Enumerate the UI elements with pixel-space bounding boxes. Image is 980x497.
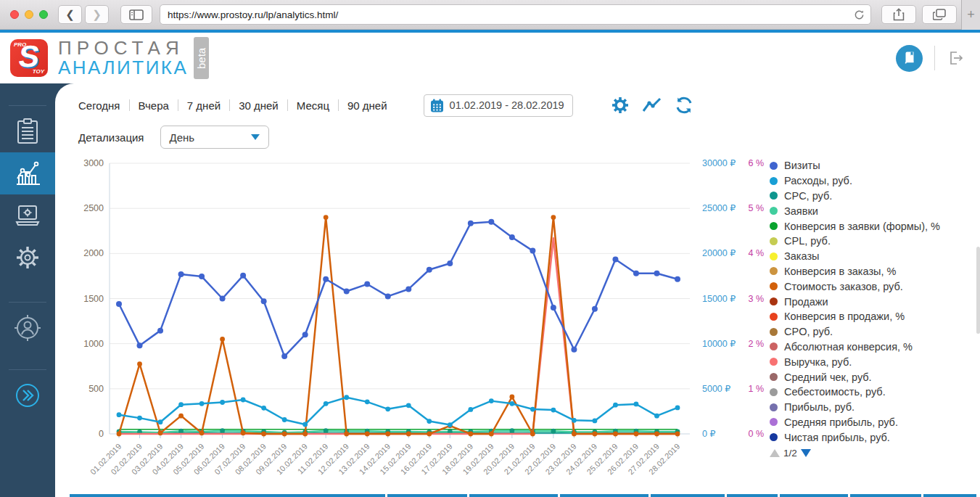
forward-button[interactable]: ❯ — [85, 5, 109, 24]
share-icon — [893, 8, 905, 21]
refresh-icon — [675, 96, 693, 114]
sidebar-panel-icon — [129, 9, 144, 20]
sidebar-item-orders[interactable] — [0, 110, 55, 152]
url-bar[interactable]: https://www.prostoy.ru/lp/analytics.html… — [160, 4, 871, 25]
sidebar-item-support[interactable] — [0, 307, 55, 349]
legend-label: Средний чек, руб. — [784, 371, 872, 383]
legend-next-page-button[interactable] — [801, 449, 811, 457]
legend-item-10[interactable]: Конверсия в продажи, % — [770, 309, 980, 324]
logo-toy-text: TOY — [33, 68, 44, 75]
svg-text:1000: 1000 — [83, 339, 104, 349]
legend-item-3[interactable]: Заявки — [770, 203, 980, 218]
date-range-picker[interactable]: 01.02.2019 - 28.02.2019 — [424, 94, 573, 117]
legend-item-12[interactable]: Абсолютная конверсия, % — [770, 340, 980, 355]
range-tab-3[interactable]: 30 дней — [230, 99, 287, 112]
detail-select[interactable]: День — [160, 126, 269, 149]
legend-prev-page-button[interactable] — [770, 449, 780, 457]
docs-button[interactable] — [896, 45, 923, 72]
new-tab-button[interactable]: + — [961, 0, 980, 30]
legend-dot — [770, 403, 778, 411]
chart-settings-button[interactable] — [611, 96, 630, 115]
legend-page-indicator: 1/2 — [783, 448, 797, 459]
tab-overview-button[interactable] — [922, 5, 957, 24]
line-chart-icon — [642, 96, 662, 114]
window-controls — [10, 10, 48, 19]
app-title: ПРОСТАЯ АНАЛИТИКА — [58, 38, 188, 77]
range-tab-1[interactable]: Вчера — [130, 99, 178, 112]
calendar-icon — [430, 99, 444, 112]
range-tab-2[interactable]: 7 дней — [178, 99, 229, 112]
legend-dot — [770, 282, 778, 290]
legend-item-0[interactable]: Визиты — [770, 158, 980, 173]
sidebar-item-settings[interactable] — [0, 237, 55, 279]
range-tab-4[interactable]: Месяц — [288, 99, 338, 112]
sidebar-item-analytics[interactable] — [0, 152, 55, 194]
share-button[interactable] — [881, 5, 916, 24]
zoom-window-button[interactable] — [39, 10, 48, 19]
legend-item-16[interactable]: Прибыль, руб. — [770, 400, 980, 415]
legend-dot — [770, 267, 778, 275]
legend-item-2[interactable]: CPC, руб. — [770, 189, 980, 204]
legend-scrollbar[interactable] — [976, 247, 980, 334]
legend-dot — [770, 252, 778, 260]
range-tab-5[interactable]: 90 дней — [339, 99, 396, 112]
legend-item-13[interactable]: Выручка, руб. — [770, 354, 980, 369]
chevron-down-icon — [251, 134, 260, 140]
logout-button[interactable] — [947, 49, 964, 67]
prostoy-logo[interactable]: PRO S TOY — [10, 39, 48, 77]
legend-item-7[interactable]: Конверсия в заказы, % — [770, 264, 980, 279]
legend-item-11[interactable]: CPO, руб. — [770, 324, 980, 340]
legend-dot — [770, 388, 778, 396]
legend-pager: 1/2 — [770, 448, 980, 459]
table-header-segment — [469, 494, 558, 497]
legend-item-6[interactable]: Заказы — [770, 249, 980, 264]
refresh-button[interactable] — [675, 96, 693, 114]
svg-text:5 %: 5 % — [748, 203, 764, 213]
legend-item-8[interactable]: Стоимость заказов, руб. — [770, 279, 980, 294]
close-window-button[interactable] — [10, 10, 19, 19]
sidebar-divider — [9, 105, 46, 106]
app-title-line1: ПРОСТАЯ — [58, 38, 188, 58]
legend-item-15[interactable]: Себестоимость, руб. — [770, 385, 980, 400]
legend-dot — [770, 328, 778, 336]
beta-badge: beta — [194, 37, 209, 79]
legend-label: Себестоимость, руб. — [784, 386, 886, 398]
svg-text:1500: 1500 — [83, 294, 104, 304]
legend-dot — [770, 418, 778, 426]
sidebar-toggle-button[interactable] — [120, 5, 152, 24]
legend-label: Продажи — [784, 296, 828, 308]
svg-text:1 %: 1 % — [748, 384, 764, 394]
legend-item-5[interactable]: CPL, руб. — [770, 234, 980, 249]
legend-dot — [770, 373, 778, 381]
sidebar-divider — [9, 302, 46, 303]
table-header-segment — [560, 494, 648, 497]
analytics-line-chart[interactable]: 00 ₽0 %5005000 ₽1 %100010000 ₽2 %1500150… — [70, 152, 767, 480]
range-tab-0[interactable]: Сегодня — [70, 99, 129, 112]
legend-item-14[interactable]: Средний чек, руб. — [770, 369, 980, 385]
back-button[interactable]: ❮ — [58, 5, 82, 24]
legend-item-1[interactable]: Расходы, руб. — [770, 173, 980, 189]
chevron-right-icon: ❯ — [92, 8, 102, 21]
minimize-window-button[interactable] — [25, 10, 33, 19]
svg-text:6 %: 6 % — [748, 158, 764, 168]
legend-label: Заявки — [784, 205, 818, 217]
browser-chrome: ❮ ❯ https://www.prostoy.ru/lp/analytics.… — [0, 0, 980, 30]
legend-dot — [770, 177, 778, 185]
date-range-value: 01.02.2019 - 28.02.2019 — [450, 99, 564, 111]
app-title-line2: АНАЛИТИКА — [58, 58, 188, 78]
svg-text:2000: 2000 — [83, 248, 104, 258]
legend-item-18[interactable]: Чистая прибыль, руб. — [770, 430, 980, 445]
svg-text:0 ₽: 0 ₽ — [702, 429, 715, 439]
legend-item-9[interactable]: Продажи — [770, 294, 980, 309]
legend-item-17[interactable]: Средняя прибыль, руб. — [770, 415, 980, 430]
legend-label: CPL, руб. — [784, 235, 831, 247]
url-text[interactable]: https://www.prostoy.ru/lp/analytics.html… — [168, 9, 854, 20]
legend-dot — [770, 358, 778, 366]
sidebar-collapse-button[interactable] — [0, 374, 55, 416]
reload-icon[interactable] — [854, 9, 865, 20]
legend-item-4[interactable]: Конверсия в заявки (формы), % — [770, 218, 980, 234]
book-icon — [902, 51, 917, 65]
chart-type-button[interactable] — [642, 96, 662, 114]
person-target-icon — [12, 313, 43, 343]
sidebar-item-integrations[interactable] — [0, 194, 55, 237]
